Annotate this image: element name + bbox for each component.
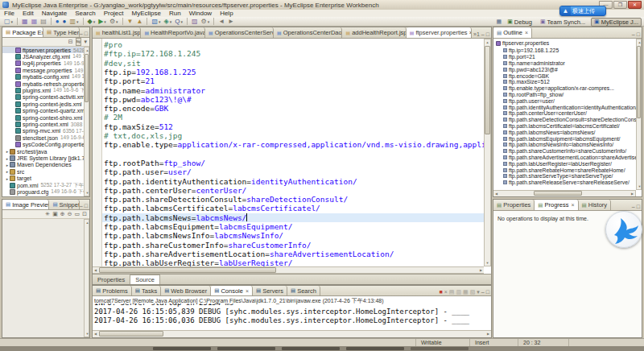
close-tab-icon[interactable]: × [525, 30, 528, 35]
more-tabs-indicator[interactable]: »1 [473, 31, 480, 38]
tree-item[interactable]: mybatis-config.xml149 16-9-6 下 [2, 74, 89, 81]
tab-web-browser[interactable]: ▤Web Browser [161, 286, 211, 295]
editor-line[interactable]: ftp.rootPath=ftp_show/ [104, 159, 484, 167]
tab-servers[interactable]: ▤Servers [253, 286, 287, 295]
editor-line[interactable]: ftp.path.labUserRegister=labUserRegister… [104, 258, 484, 266]
editor-line[interactable]: ftp.ip=192.168.1.225 [104, 68, 484, 76]
menu-project[interactable]: Project [100, 10, 128, 17]
perspective-button[interactable]: ▣Debug [505, 18, 535, 27]
new-class-icon[interactable]: ◈▾ [162, 18, 173, 26]
editor-tab-operationscenterdao-[interactable]: ▤OperationsCenterDao. [274, 27, 342, 38]
outline-item[interactable]: ftp.path.shareRebateHome=shareRebateHome… [493, 167, 636, 173]
editor-line[interactable]: ftp.path.shareAdvertisementLocation=shar… [104, 250, 484, 258]
outline-item[interactable]: ftp.path.shareServeType=shareServeType/ [493, 173, 636, 180]
tab-outline[interactable]: ▤Outline× [493, 27, 532, 38]
clear-console-icon[interactable]: ▥ [456, 289, 461, 295]
editor-line[interactable]: ftp.path.identityAuthentication=identity… [104, 177, 484, 186]
search-icon[interactable]: Q▾ [173, 18, 184, 26]
outline-item[interactable]: ftp.path.labcmsNewsInfo=labcmsNewsInfo/ [493, 142, 636, 148]
outline-item[interactable]: ftp.path.centerUser=centerUser/ [493, 110, 636, 117]
minimize-view-icon[interactable]: – [632, 204, 635, 210]
thunder-float-button[interactable] [605, 211, 642, 248]
new-java-icon[interactable]: ▧▾ [150, 18, 162, 26]
tab-properties[interactable]: ▤Properties [493, 200, 535, 210]
editor-line[interactable]: ftp.path.labcmsNews=labcmsNews/ [104, 213, 484, 222]
tab-snippets[interactable]: ▤Snippets [49, 200, 79, 209]
outline-tree[interactable]: ftpserver.propertiesftp.ip=192.168.1.225… [493, 39, 636, 196]
editor-mode-tab-source[interactable]: Source [130, 275, 160, 284]
editor-tab-operationscenterserv[interactable]: ▤OperationsCenterServ [205, 27, 274, 38]
tree-item[interactable]: log4j.properties149 16-9-6 下午 [2, 60, 89, 67]
editor-line[interactable]: ftp.encode=GBK [104, 104, 484, 113]
view-menu-icon[interactable]: ▾ [84, 39, 87, 45]
close-tab-icon[interactable]: × [246, 288, 249, 294]
tree-item[interactable]: ▸JRE System Library [jdk1.7.0_21] [2, 155, 89, 161]
menu-file[interactable]: File [0, 10, 19, 17]
tab-progress[interactable]: ▤Progress× [535, 200, 578, 210]
debug-icon[interactable]: ◆▾ [86, 18, 97, 26]
outline-item[interactable]: ftp.path.labcmsCertificatel=labcmsCertif… [493, 123, 636, 130]
open-perspective-icon[interactable]: ▦ [497, 19, 502, 25]
minimize-view-icon[interactable]: – [481, 289, 485, 295]
tab-history[interactable]: ▤History [579, 200, 612, 210]
close-tab-icon[interactable]: × [572, 202, 575, 208]
tab-problems[interactable]: ▤Problems [93, 286, 132, 295]
menu-window[interactable]: Window [185, 10, 216, 17]
menu-help[interactable]: Help [216, 10, 237, 17]
editor-line[interactable]: ftp.path.centerUser=centerUser/ [104, 186, 484, 195]
editor-line[interactable]: # 2M [104, 113, 484, 122]
editor-line[interactable]: ftp.path.shareDetectionConsult=shareDete… [104, 195, 484, 204]
maximize-view-icon[interactable]: □ [85, 31, 88, 37]
tab-search[interactable]: ▤Search [287, 286, 320, 295]
outline-item[interactable]: ftp.rootPath=ftp_show/ [493, 92, 636, 98]
outline-item[interactable]: ftp.path.labUserRegister=labUserRegister… [493, 160, 636, 167]
tree-item[interactable]: spring-context-shiro.xml6301 1 [2, 114, 89, 121]
maximize-button[interactable]: ❐ [613, 1, 627, 9]
tree-item[interactable]: ▸src/test/java [2, 148, 89, 155]
project-tree[interactable]: ftpserver.properties5428 17-4-…JSAnalyze… [2, 47, 89, 196]
run-icon[interactable]: ▶▾ [97, 18, 108, 26]
maximize-fit-icon[interactable]: ⊡ [82, 211, 87, 217]
save-all-icon[interactable]: ▦ [30, 18, 39, 26]
tab-package-exp[interactable]: ▤Package Exp× [2, 27, 43, 37]
outline-item[interactable]: ftp.path.shareDetectionConsult=shareDete… [493, 117, 636, 123]
tab-console[interactable]: ▤Console× [211, 286, 253, 295]
editor-line[interactable]: ftp.path.labcmsCertificatel=labcmsCertif… [104, 204, 484, 213]
outline-vscrollbar[interactable]: ▲ ▼ [636, 39, 642, 190]
word-wrap-icon[interactable]: ▧ [470, 289, 476, 295]
tab-image-preview[interactable]: ▤Image Preview× [2, 200, 49, 209]
menu-edit[interactable]: Edit [19, 10, 38, 17]
minimize-view-icon[interactable]: – [80, 31, 83, 37]
actual-size-icon[interactable]: ▭ [75, 211, 80, 217]
remove-all-icon[interactable]: ▤ [449, 289, 455, 295]
outline-item[interactable]: ftp.maxSize=512 [493, 79, 636, 85]
editor-line[interactable]: #pro [104, 40, 484, 49]
settings-icon[interactable]: ⚙▾ [199, 18, 211, 26]
editor-text-area[interactable]: #pro#ftp.ip=172.168.1.245#dev,sitftp.ip=… [102, 39, 484, 266]
outline-item[interactable]: ftp.port=21 [493, 54, 636, 60]
console-menu-icon[interactable]: ▾ [477, 289, 480, 295]
new-wizard-icon[interactable]: ▢▾ [2, 18, 14, 26]
editor-line[interactable]: ftp.enable.type=application/x-rar-compre… [104, 140, 484, 149]
maximize-view-icon[interactable]: □ [637, 204, 640, 210]
taskbar-button[interactable] [411, 347, 469, 350]
menu-navigate[interactable]: Navigate [38, 10, 72, 17]
menu-run[interactable]: Run [165, 10, 185, 17]
taskbar-button[interactable] [217, 347, 275, 350]
editor-line[interactable]: ftp.pwd=abc123\!@\# [104, 95, 484, 104]
last-edit-icon[interactable]: ◄ [217, 18, 226, 26]
collapse-all-icon[interactable]: ⊟ [68, 39, 73, 45]
editor-line[interactable]: ftp.path.labcmsNewsInfo=labcmsNewsInfo/ [104, 231, 484, 240]
zoom-in-icon[interactable]: ⊕ [60, 211, 65, 217]
editor-vscrollbar[interactable]: ▲ ▼ [484, 39, 491, 266]
outline-item[interactable]: ftp.path.shareAdvertisementLocation=shar… [493, 155, 636, 161]
outline-item[interactable]: ftp.path.labcmsNews=labcmsNews/ [493, 129, 636, 135]
myeclipse-server-icon[interactable]: ● [61, 18, 68, 26]
menu-search[interactable]: Search [71, 10, 99, 17]
tree-item[interactable]: ▸src [2, 168, 89, 175]
tomcat-icon[interactable]: ▥▾ [68, 18, 80, 26]
external-tools-icon[interactable]: ⚙▾ [108, 18, 120, 26]
tree-item[interactable]: spring-context-quartz.xml3555 [2, 108, 89, 114]
outline-hscrollbar[interactable]: ◀ ▶ [493, 190, 636, 196]
minimize-view-icon[interactable]: – [80, 203, 83, 209]
